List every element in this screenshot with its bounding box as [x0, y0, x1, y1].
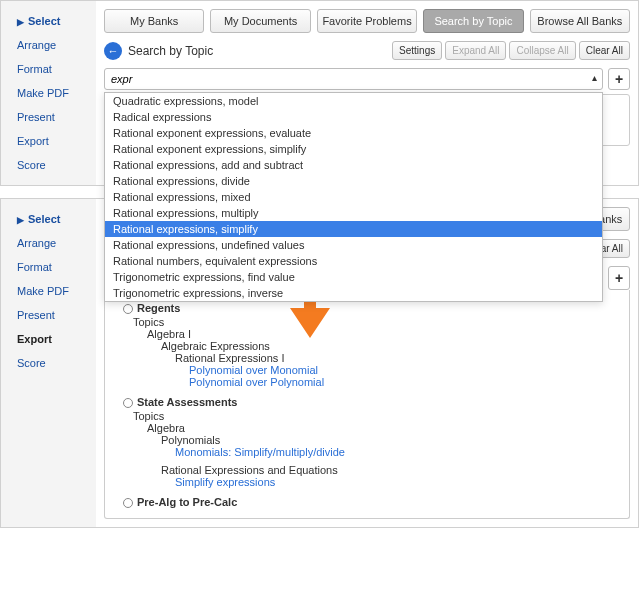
add-topic-button[interactable]: +	[608, 68, 630, 90]
category-prealg[interactable]: Pre-Alg to Pre-Calc	[137, 496, 237, 508]
collapse-all-button[interactable]: Collapse All	[509, 41, 575, 60]
label-topics: Topics	[133, 316, 621, 328]
tab-row: My Banks My Documents Favorite Problems …	[104, 9, 630, 33]
dropdown-item[interactable]: Rational exponent expressions, simplify	[105, 141, 602, 157]
sidebar-item-makepdf[interactable]: Make PDF	[1, 279, 96, 303]
sidebar-item-arrange[interactable]: Arrange	[1, 231, 96, 255]
tab-favorite-problems[interactable]: Favorite Problems	[317, 9, 417, 33]
category-state[interactable]: State Assessments	[137, 396, 237, 408]
header-row: ← Search by Topic Settings Expand All Co…	[104, 41, 630, 60]
dropdown-item[interactable]: Rational expressions, undefined values	[105, 237, 602, 253]
sidebar-item-present[interactable]: Present	[1, 105, 96, 129]
tab-browse-all-banks[interactable]: Browse All Banks	[530, 9, 630, 33]
label-algebra1: Algebra I	[147, 328, 621, 340]
sidebar-item-score[interactable]: Score	[1, 153, 96, 177]
tab-search-by-topic[interactable]: Search by Topic	[423, 9, 523, 33]
sidebar-item-present[interactable]: Present	[1, 303, 96, 327]
topic-dropdown: Quadratic expressions, model Radical exp…	[104, 92, 603, 302]
sidebar-item-format[interactable]: Format	[1, 255, 96, 279]
label-topics: Topics	[133, 410, 621, 422]
radio-icon[interactable]	[123, 498, 133, 508]
link-simplify-expressions[interactable]: Simplify expressions	[175, 476, 621, 488]
sidebar-item-score[interactable]: Score	[1, 351, 96, 375]
label-polynomials: Polynomials	[161, 434, 621, 446]
back-icon[interactable]: ←	[104, 42, 122, 60]
content: My Banks My Documents Favorite Problems …	[96, 1, 638, 185]
radio-icon[interactable]	[123, 304, 133, 314]
sidebar-item-makepdf[interactable]: Make PDF	[1, 81, 96, 105]
tab-my-documents[interactable]: My Documents	[210, 9, 310, 33]
add-topic-button[interactable]: +	[608, 266, 630, 290]
dropdown-item[interactable]: Rational expressions, add and subtract	[105, 157, 602, 173]
sidebar: Select Arrange Format Make PDF Present E…	[1, 1, 96, 185]
clear-all-button[interactable]: Clear All	[579, 41, 630, 60]
radio-icon[interactable]	[123, 398, 133, 408]
label-algebraic-expressions: Algebraic Expressions	[161, 340, 621, 352]
category-regents[interactable]: Regents	[137, 302, 180, 314]
page-title: Search by Topic	[128, 44, 213, 58]
dropdown-item[interactable]: Radical expressions	[105, 109, 602, 125]
sidebar-select[interactable]: Select	[1, 9, 96, 33]
dropdown-item[interactable]: Rational expressions, multiply	[105, 205, 602, 221]
dropdown-item[interactable]: Quadratic expressions, model	[105, 93, 602, 109]
sidebar-item-export[interactable]: Export	[1, 129, 96, 153]
chevron-up-icon[interactable]: ▴	[592, 72, 597, 83]
settings-button[interactable]: Settings	[392, 41, 442, 60]
search-wrap: ▴ + Quadratic expressions, model Radical…	[104, 68, 630, 146]
dropdown-item[interactable]: Whole numbers, equivalent expressions	[105, 301, 602, 302]
label-rational-expressions-equations: Rational Expressions and Equations	[161, 464, 621, 476]
expand-all-button[interactable]: Expand All	[445, 41, 506, 60]
dropdown-item[interactable]: Rational numbers, equivalent expressions	[105, 253, 602, 269]
dropdown-item[interactable]: Rational expressions, mixed	[105, 189, 602, 205]
dropdown-item[interactable]: Rational expressions, divide	[105, 173, 602, 189]
dropdown-item-selected[interactable]: Rational expressions, simplify	[105, 221, 602, 237]
sidebar-item-arrange[interactable]: Arrange	[1, 33, 96, 57]
dropdown-item[interactable]: Trigonometric expressions, find value	[105, 269, 602, 285]
link-polynomial-over-polynomial[interactable]: Polynomial over Polynomial	[189, 376, 621, 388]
dropdown-item[interactable]: Trigonometric expressions, inverse	[105, 285, 602, 301]
tab-my-banks[interactable]: My Banks	[104, 9, 204, 33]
panel-before: Select Arrange Format Make PDF Present E…	[0, 0, 639, 186]
link-polynomial-over-monomial[interactable]: Polynomial over Monomial	[189, 364, 621, 376]
sidebar-select[interactable]: Select	[1, 207, 96, 231]
sidebar-item-format[interactable]: Format	[1, 57, 96, 81]
dropdown-item[interactable]: Rational exponent expressions, evaluate	[105, 125, 602, 141]
label-rational-expressions: Rational Expressions I	[175, 352, 621, 364]
topic-search-input[interactable]	[104, 68, 603, 90]
label-algebra: Algebra	[147, 422, 621, 434]
sidebar: Select Arrange Format Make PDF Present E…	[1, 199, 96, 527]
sidebar-item-export[interactable]: Export	[1, 327, 96, 351]
results-panel: Regents Topics Algebra I Algebraic Expre…	[104, 290, 630, 519]
link-monomials-simplify[interactable]: Monomials: Simplify/multiply/divide	[175, 446, 621, 458]
